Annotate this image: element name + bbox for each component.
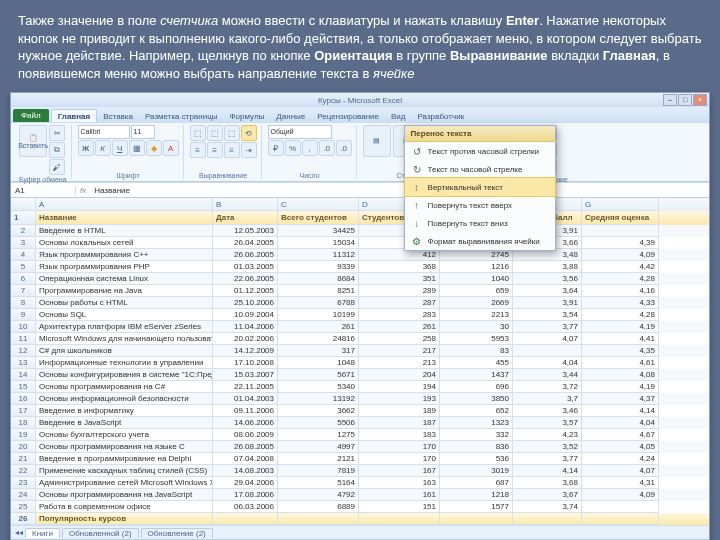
fill-color-icon[interactable]: ◆ [146, 140, 162, 156]
excel-window: Курсы - Microsoft Excel – □ × Файл Главн… [10, 92, 710, 540]
table-row[interactable]: 16Основы информационной безопасности01.0… [11, 393, 709, 405]
row-header[interactable]: 1 [11, 211, 36, 225]
font-color-icon[interactable]: A [163, 140, 179, 156]
column-letter[interactable]: A [36, 198, 213, 211]
orientation-menu: Перенос текста ↺Текст против часовой стр… [404, 125, 556, 251]
table-row[interactable]: 25Работа в современном офисе06.03.200668… [11, 501, 709, 513]
align-top-icon[interactable]: ⬚ [190, 125, 206, 141]
orientation-item-1[interactable]: ↻Текст по часовой стрелке [405, 160, 555, 178]
comma-icon[interactable]: , [302, 140, 318, 156]
window-title: Курсы - Microsoft Excel [318, 96, 402, 105]
column-letter[interactable]: G [582, 198, 659, 211]
format-painter-icon[interactable]: 🖌 [49, 159, 65, 175]
italic-icon[interactable]: К [95, 140, 111, 156]
table-row[interactable]: 21Введение в программирование на Delphi0… [11, 453, 709, 465]
bold-icon[interactable]: Ж [78, 140, 94, 156]
ribbon-tabs: Файл ГлавнаяВставкаРазметка страницыФорм… [11, 107, 709, 122]
formula-input[interactable]: Название [90, 186, 130, 195]
orientation-item-0[interactable]: ↺Текст против часовой стрелки [405, 142, 555, 160]
orientation-item-3[interactable]: ↑Повернуть текст вверх [405, 196, 555, 214]
maximize-button[interactable]: □ [678, 94, 692, 106]
font-size-select[interactable]: 11 [131, 125, 155, 139]
table-row[interactable]: 18Введение в JavaScript14.06.20065506187… [11, 417, 709, 429]
orient-icon: ↓ [411, 217, 423, 229]
orientation-item-2[interactable]: ↕Вертикальный текст [404, 177, 556, 197]
group-number: Общий ₽ % , .0 .0 Число [264, 125, 357, 179]
table-row[interactable]: 9Основы SQL10.09.20041019928322133,544,2… [11, 309, 709, 321]
tab-7[interactable]: Разработчик [412, 110, 471, 122]
orientation-button[interactable]: ⟲ [241, 125, 257, 141]
tab-0[interactable]: Главная [51, 109, 98, 122]
orientation-item-5[interactable]: ⚙Формат выравнивания ячейки [405, 232, 555, 250]
paste-button[interactable]: 📋Вставить [19, 125, 47, 157]
tab-3[interactable]: Формулы [224, 110, 271, 122]
align-left-icon[interactable]: ≡ [190, 142, 206, 158]
table-row[interactable]: 5Язык программирования PHP01.03.20059339… [11, 261, 709, 273]
table-row[interactable]: 15Основы программирования на C#22.11.200… [11, 381, 709, 393]
table-row[interactable]: 4Язык программирования C++26.06.20051131… [11, 249, 709, 261]
cond-format-button[interactable]: ▤ [363, 125, 391, 157]
table-row[interactable]: 19Основы бухгалтерского учета08.06.20091… [11, 429, 709, 441]
column-header[interactable]: Всего студентов [278, 211, 359, 225]
align-mid-icon[interactable]: ⬚ [207, 125, 223, 141]
tab-2[interactable]: Разметка страницы [139, 110, 224, 122]
table-row[interactable]: 2Введение в HTML12.05.200334425792127513… [11, 225, 709, 237]
minimize-button[interactable]: – [663, 94, 677, 106]
indent-icon[interactable]: ⇥ [241, 142, 257, 158]
tab-1[interactable]: Вставка [97, 110, 139, 122]
sheet-tab[interactable]: Книги [25, 528, 60, 538]
table-row[interactable]: 17Введение в информатику09.11.2006366218… [11, 405, 709, 417]
column-header[interactable]: Средняя оценка [582, 211, 659, 225]
inc-decimal-icon[interactable]: .0 [319, 140, 335, 156]
table-row[interactable]: 6Операционная система Linux22.06.2005868… [11, 273, 709, 285]
summary-row[interactable]: 26Популярность курсов [11, 513, 709, 525]
table-row[interactable]: 13Информационные технологии в управлении… [11, 357, 709, 369]
tab-6[interactable]: Вид [385, 110, 411, 122]
table-row[interactable]: 12C# для школьников14.12.2009317217834,3… [11, 345, 709, 357]
copy-icon[interactable]: ⧉ [49, 142, 65, 158]
align-right-icon[interactable]: ≡ [224, 142, 240, 158]
spreadsheet-grid[interactable]: ABCDEFG 1НазваниеДатаВсего студентовСтуд… [11, 198, 709, 525]
table-row[interactable]: 14Основы конфигурирования в системе "1С:… [11, 369, 709, 381]
font-name-select[interactable]: Calibri [78, 125, 130, 139]
column-header[interactable]: Дата [213, 211, 278, 225]
tab-4[interactable]: Данные [270, 110, 311, 122]
table-row[interactable]: 24Основы программирования на JavaScript1… [11, 489, 709, 501]
sheet-tab[interactable]: Обновленной (2) [62, 528, 139, 538]
border-icon[interactable]: ▦ [129, 140, 145, 156]
table-row[interactable]: 23Администрирование сетей Microsoft Wind… [11, 477, 709, 489]
tab-file[interactable]: Файл [13, 109, 49, 122]
table-row[interactable]: 8Основы работы с HTML25.10.2006678828726… [11, 297, 709, 309]
sheet-nav-icon[interactable]: ◂◂ [15, 528, 23, 537]
column-letter[interactable]: B [213, 198, 278, 211]
align-bot-icon[interactable]: ⬚ [224, 125, 240, 141]
currency-icon[interactable]: ₽ [268, 140, 284, 156]
underline-icon[interactable]: Ч [112, 140, 128, 156]
fx-icon[interactable]: fx [76, 186, 90, 195]
table-row[interactable]: 7Программирование на Java01.12.200582512… [11, 285, 709, 297]
column-header[interactable]: Название [36, 211, 213, 225]
align-center-icon[interactable]: ≡ [207, 142, 223, 158]
orient-icon: ↕ [411, 181, 423, 193]
table-row[interactable]: 22Применение каскадных таблиц стилей (CS… [11, 465, 709, 477]
orient-icon: ⚙ [411, 235, 423, 247]
cut-icon[interactable]: ✂ [49, 125, 65, 141]
table-row[interactable]: 20Основы программирования на языке C26.0… [11, 441, 709, 453]
group-clipboard: 📋Вставить ✂ ⧉ 🖌 Буфер обмена [15, 125, 72, 179]
instruction-text: Также значение в поле счетчика можно вве… [0, 0, 720, 90]
number-format-select[interactable]: Общий [268, 125, 332, 139]
dec-decimal-icon[interactable]: .0 [336, 140, 352, 156]
tab-5[interactable]: Рецензирование [311, 110, 385, 122]
close-button[interactable]: × [693, 94, 707, 106]
orient-icon: ↑ [411, 199, 423, 211]
sheet-tabs: ◂◂ КнигиОбновленной (2)Обновление (2) [11, 525, 709, 539]
table-row[interactable]: 11Microsoft Windows для начинающего поль… [11, 333, 709, 345]
orientation-item-4[interactable]: ↓Повернуть текст вниз [405, 214, 555, 232]
percent-icon[interactable]: % [285, 140, 301, 156]
column-letter[interactable] [11, 198, 36, 211]
name-box[interactable]: A1 [11, 186, 76, 195]
column-letter[interactable]: C [278, 198, 359, 211]
table-row[interactable]: 10Архитектура платформ IBM eServer zSeri… [11, 321, 709, 333]
sheet-tab[interactable]: Обновление (2) [141, 528, 213, 538]
table-row[interactable]: 3Основы локальных сетей26.04.20051503443… [11, 237, 709, 249]
